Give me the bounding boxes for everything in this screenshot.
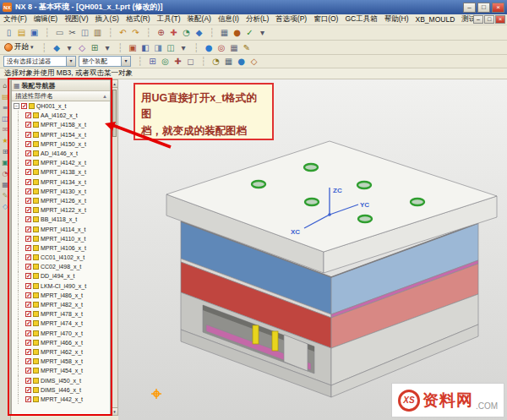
tree-row[interactable]: MPRT_i4130_x_t: [12, 187, 110, 196]
checkbox-icon[interactable]: [25, 226, 31, 232]
tree-row[interactable]: MPRT_i4106_x_t: [12, 243, 110, 253]
tree-scrollbar[interactable]: ▴ ▾: [111, 79, 118, 416]
tree-row[interactable]: CC02_i498_x_t: [12, 262, 110, 271]
resource-bar-icon[interactable]: ▦: [1, 180, 10, 189]
checkbox-icon[interactable]: [25, 320, 31, 326]
tree-item-label[interactable]: MPRT_i4134_x_t: [41, 179, 86, 185]
menu-item[interactable]: 帮助(H): [381, 14, 412, 25]
tree-item-label[interactable]: MPRT_i474_x_t: [41, 320, 83, 326]
toolbar-icon[interactable]: ◇: [248, 55, 260, 68]
chevron-down-icon[interactable]: ▾: [66, 57, 75, 66]
toolbar-icon[interactable]: ●: [231, 26, 243, 39]
checkbox-icon[interactable]: [25, 207, 31, 213]
menu-item[interactable]: GC工具箱: [341, 14, 380, 25]
resource-bar-icon[interactable]: ▤: [1, 92, 10, 101]
toolbar-icon[interactable]: ▾: [101, 41, 114, 54]
menu-item[interactable]: 首选项(P): [272, 14, 310, 25]
resource-bar-icon[interactable]: ◇: [1, 202, 10, 211]
checkbox-icon[interactable]: [25, 169, 31, 175]
tree-item-label[interactable]: MPRT_i4122_x_t: [41, 207, 86, 213]
checkbox-icon[interactable]: [25, 340, 31, 346]
tree-item-label[interactable]: MPRT_i458_x_t: [41, 358, 83, 364]
tree-item-label[interactable]: BB_i4118_x_t: [41, 216, 77, 222]
checkbox-icon[interactable]: [25, 245, 31, 251]
tree-row[interactable]: MPRT_i4142_x_t: [12, 158, 110, 167]
tree-row[interactable]: MPRT_i4126_x_t: [12, 196, 110, 205]
toolbar-icon[interactable]: ⊞: [89, 41, 101, 54]
resource-bar-icon[interactable]: ✎: [1, 191, 10, 200]
toolbar-icon[interactable]: ◎: [159, 55, 172, 68]
tree-item-label[interactable]: MPRT_i4114_x_t: [41, 226, 85, 232]
tree-row[interactable]: DIMS_i446_x_t: [12, 385, 110, 395]
tree-item-label[interactable]: LKM-CI_i490_x_t: [41, 283, 86, 289]
selection-filter-dropdown[interactable]: 没有选择过滤器 ▾: [3, 56, 76, 67]
tree-item-label[interactable]: DD_i494_x_t: [41, 273, 74, 279]
scroll-down-icon[interactable]: ▾: [112, 407, 117, 415]
toolbar-icon[interactable]: ✎: [241, 41, 254, 54]
tree-item-label[interactable]: AD_i4146_x_t: [41, 150, 78, 156]
checkbox-icon[interactable]: [25, 160, 31, 166]
toolbar-icon[interactable]: ┆: [38, 41, 51, 54]
toolbar-icon[interactable]: ◇: [76, 41, 89, 54]
toolbar-icon[interactable]: ✚: [172, 55, 184, 68]
screw-hole-icon[interactable]: [305, 199, 319, 205]
checkbox-icon[interactable]: [25, 132, 31, 138]
tree-row[interactable]: MPRT_i470_x_t: [12, 329, 110, 338]
checkbox-icon[interactable]: [25, 283, 31, 289]
tree-row[interactable]: LKM-CI_i490_x_t: [12, 281, 110, 291]
checkbox-icon[interactable]: [25, 273, 31, 279]
close-button[interactable]: ×: [492, 3, 504, 13]
ejector-pin[interactable]: [272, 331, 278, 351]
tree-item-label[interactable]: MPRT_i4138_x_t: [41, 169, 86, 175]
tree-item-label[interactable]: MPRT_i462_x_t: [41, 349, 83, 355]
toolbar-icon[interactable]: ▾: [256, 26, 269, 39]
toolbar-icon[interactable]: ✂: [66, 26, 79, 39]
toolbar-icon[interactable]: ◎: [215, 41, 228, 54]
toolbar-icon[interactable]: ┆: [114, 41, 127, 54]
checkbox-icon[interactable]: [25, 122, 31, 128]
tree-row[interactable]: MPRT_i486_x_t: [12, 291, 110, 300]
tree-item-label[interactable]: MPRT_i442_x_t: [41, 396, 83, 402]
toolbar-icon[interactable]: ┆: [41, 26, 53, 39]
toolbar-icon[interactable]: ┆: [197, 55, 210, 68]
mdi-close-button[interactable]: ×: [495, 15, 505, 24]
tree-item-label[interactable]: MPRT_i482_x_t: [41, 302, 83, 308]
toolbar-icon[interactable]: ▭: [53, 26, 66, 39]
tree-row[interactable]: MPRT_i474_x_t: [12, 319, 110, 328]
minimize-button[interactable]: –: [463, 3, 476, 13]
checkbox-icon[interactable]: [25, 141, 31, 147]
tree-row[interactable]: MPRT_i4110_x_t: [12, 234, 110, 243]
checkbox-icon[interactable]: [25, 264, 31, 270]
toolbar-icon[interactable]: ↷: [129, 26, 142, 39]
tree-item-label[interactable]: MPRT_i4158_x_t: [41, 122, 86, 128]
checkbox-icon[interactable]: [25, 179, 31, 185]
toolbar-icon[interactable]: ▦: [222, 55, 235, 68]
toolbar-icon[interactable]: ◫: [79, 26, 91, 39]
screw-hole-icon[interactable]: [252, 181, 265, 188]
restore-button[interactable]: □: [477, 3, 490, 13]
tree-item-label[interactable]: MPRT_i4126_x_t: [41, 198, 86, 204]
tree-row[interactable]: MPRT_i4150_x_t: [12, 139, 110, 149]
column-header[interactable]: 描述性部件名 ▲: [12, 91, 110, 101]
toolbar-icon[interactable]: ◆: [51, 41, 63, 54]
toolbar-icon[interactable]: ◔: [180, 26, 193, 39]
tree-row[interactable]: MPRT_i478_x_t: [12, 309, 110, 319]
tree-row[interactable]: MPRT_i4138_x_t: [12, 167, 110, 177]
tree-item-label[interactable]: MPRT_i486_x_t: [41, 292, 83, 298]
toolbar-icon[interactable]: ┆: [190, 41, 203, 54]
checkbox-icon[interactable]: [25, 216, 31, 222]
tree-item-label[interactable]: DIMS_i446_x_t: [41, 387, 81, 393]
toolbar-icon[interactable]: ┆: [142, 26, 155, 39]
toolbar-icon[interactable]: ▤: [15, 26, 28, 39]
checkbox-icon[interactable]: [25, 349, 31, 355]
tree-row[interactable]: DIMS_i450_x_t: [12, 375, 110, 385]
menu-item[interactable]: 工具(T): [154, 14, 184, 25]
checkbox-icon[interactable]: [25, 198, 31, 204]
resource-bar-icon[interactable]: ⌂: [1, 81, 10, 90]
tree-item-label[interactable]: MPRT_i478_x_t: [41, 311, 83, 317]
toolbar-icon[interactable]: ┆: [104, 26, 117, 39]
menu-item[interactable]: XB_MOULD: [412, 15, 459, 24]
toolbar-icon[interactable]: ▾: [177, 41, 190, 54]
toolbar-icon[interactable]: ✓: [243, 26, 256, 39]
toolbar-icon[interactable]: ▣: [28, 26, 41, 39]
